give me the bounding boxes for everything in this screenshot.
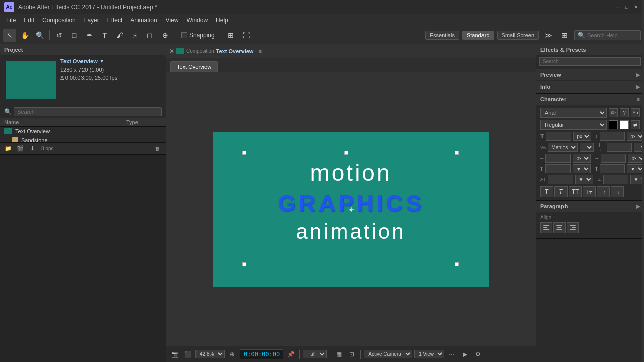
faux-bold-btn[interactable]: T [540,186,553,197]
effects-presets-expand: ≡ [637,47,640,53]
snapping-checkbox[interactable] [181,32,187,38]
font-picker-btn[interactable]: ✏ [609,108,618,117]
leading-input[interactable] [600,132,625,141]
indent-input[interactable] [545,154,571,163]
hscale-input[interactable]: 100 % [545,164,571,173]
comp-tab-text-overview[interactable]: Text Overview [170,61,218,72]
brush-tool[interactable]: 🖌 [113,29,126,42]
stroke-color-box[interactable] [620,120,629,129]
menu-view[interactable]: View [162,16,183,25]
render-btn[interactable]: ▶ [459,349,470,360]
view-select[interactable]: 1 View [414,350,444,358]
tracking-unit-select[interactable]: ▼ [580,143,594,152]
vscale-input[interactable]: - % [600,164,625,173]
expand-icon[interactable]: ⊞ [224,29,237,42]
quality-select[interactable]: Full [303,350,327,358]
char-scale-row: T 100 % ▼ T - % ▼ [540,164,640,173]
select-tool[interactable]: ↖ [3,29,16,42]
small-caps-btn[interactable]: Tᴛ [583,186,596,197]
baseline-input[interactable]: 0 px [548,175,573,184]
view-options-btn[interactable]: ⋯ [446,349,457,360]
show-channel-btn[interactable]: ⬛ [182,349,193,360]
comp-options-icon[interactable]: ≡ [258,48,261,54]
puppet-tool[interactable]: ⊕ [158,29,172,42]
preview-header[interactable]: Preview ▶ [536,69,644,80]
align-center-btn[interactable] [553,222,566,233]
rotate-tool[interactable]: ↺ [53,29,66,42]
workspace-options-icon[interactable]: ≫ [542,29,555,42]
all-caps-btn[interactable]: TT [569,186,582,197]
text-tool[interactable]: T [98,29,111,42]
align-right-btn[interactable] [567,222,579,233]
effects-presets-header[interactable]: Effects & Presets ≡ [536,44,644,55]
workspace-small-screen[interactable]: Small Screen [497,31,539,40]
subscript-btn[interactable]: T↓ [611,186,624,197]
resolution-btn[interactable]: ⊕ [227,349,238,360]
info-header[interactable]: Info ▶ [536,81,644,93]
snapshot-btn[interactable]: 📷 [169,349,180,360]
new-comp-btn[interactable]: 🎬 [15,144,25,154]
toggle-transparency-btn[interactable]: ▦ [333,349,344,360]
menu-layer[interactable]: Layer [80,16,103,25]
project-item-text-overview[interactable]: Text Overview [0,127,166,136]
close-button[interactable]: ✕ [632,3,640,11]
indent-unit[interactable]: px [573,154,591,163]
project-panel-menu[interactable]: ≡ [158,47,162,53]
font-faux-btn[interactable]: Aa [631,108,640,117]
vscale-unit[interactable]: ▼ [627,164,644,173]
camera-select[interactable]: Active Camera [364,350,412,358]
comp-dropdown-icon[interactable]: ▼ [100,58,104,65]
ep-search-input[interactable] [539,57,641,66]
minimize-button[interactable]: ─ [614,3,622,11]
shape-tool[interactable]: □ [68,29,81,42]
search-help-input[interactable] [587,32,637,38]
swap-colors-btn[interactable]: ⇄ [631,120,640,129]
tracking-value-input[interactable]: 0 [607,143,632,152]
fill-color-box[interactable] [609,120,618,129]
comp-close-btn[interactable]: ✕ [169,48,174,55]
indent-input2[interactable] [601,154,626,163]
menu-effect[interactable]: Effect [103,16,126,25]
project-search-input[interactable] [14,107,162,116]
zoom-tool[interactable]: 🔍 [33,29,46,42]
menu-file[interactable]: File [2,16,20,25]
pen-tool[interactable]: ✒ [83,29,96,42]
maximize-button[interactable]: □ [623,3,631,11]
delete-btn[interactable]: 🗑 [152,144,163,154]
new-folder-btn[interactable]: 📁 [3,144,13,154]
font-size-input[interactable] [546,132,571,141]
paragraph-header[interactable]: Paragraph ▶ [536,201,644,212]
baseline-unit[interactable]: ▼ [575,175,593,184]
hscale-unit[interactable]: ▼ [573,164,591,173]
tracking-type-select[interactable]: Metrics [548,143,578,152]
eraser-tool[interactable]: ◻ [143,29,156,42]
leading-unit[interactable]: px [627,132,644,141]
font-help-btn[interactable]: ? [620,108,629,117]
workspace-essentials[interactable]: Essentials [425,31,459,40]
layout-icon[interactable]: ⊞ [558,29,571,42]
snap-btn[interactable]: 📌 [285,349,296,360]
faux-italic-btn[interactable]: T [554,186,568,197]
workspace-standard[interactable]: Standard [462,31,494,40]
import-btn[interactable]: ⬇ [27,144,37,154]
menu-animation[interactable]: Animation [126,16,161,25]
font-family-select[interactable]: Arial [540,108,607,118]
menu-composition[interactable]: Composition [38,16,80,25]
hand-tool[interactable]: ✋ [18,29,31,42]
menu-edit[interactable]: Edit [20,16,38,25]
font-size-unit[interactable]: px [573,132,591,141]
comp-settings-btn[interactable]: ⚙ [472,349,484,360]
character-header[interactable]: Character ≡ [536,94,644,105]
full-screen-icon[interactable]: ⛶ [239,29,253,42]
menu-window[interactable]: Window [182,16,212,25]
tsume-input[interactable]: 0 % [603,175,628,184]
menu-help[interactable]: Help [212,16,232,25]
panel-resize-handle[interactable] [642,0,644,362]
zoom-select[interactable]: 42.8% [195,350,225,358]
align-left-btn[interactable] [540,222,552,233]
font-style-select[interactable]: Regular [540,120,607,130]
superscript-btn[interactable]: T↑ [597,186,610,197]
pixel-aspect-btn[interactable]: ⊡ [346,349,357,360]
project-item-sandstone[interactable]: Sandstone [0,136,166,142]
clone-tool[interactable]: ⎘ [128,29,141,42]
